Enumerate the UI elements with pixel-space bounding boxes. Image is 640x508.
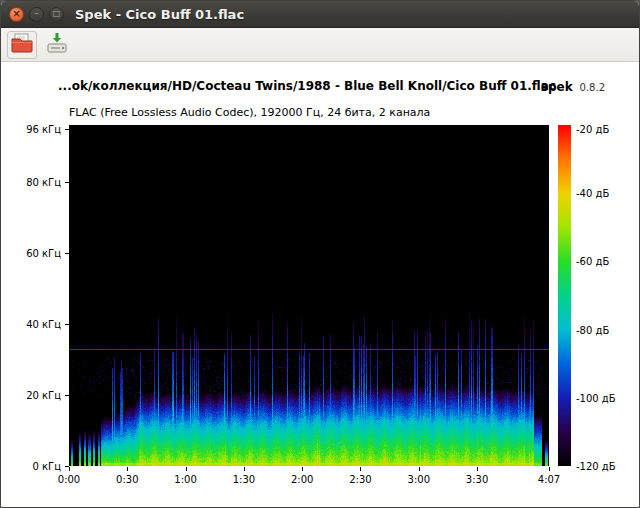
colorbar <box>558 125 571 466</box>
x-axis-tick-label: 3:00 <box>408 474 430 485</box>
file-path-title: ...ok/коллекция/HD/Cocteau Twins/1988 - … <box>1 79 613 93</box>
x-axis-tick-mark <box>69 467 70 471</box>
y-axis-tick-mark <box>65 395 69 396</box>
colorbar-tick-label: -60 дБ <box>576 256 609 267</box>
x-axis-tick-label: 2:00 <box>291 474 313 485</box>
maximize-button[interactable]: □ <box>49 7 64 22</box>
y-axis-tick-mark <box>65 182 69 183</box>
app-name: spek <box>541 80 573 94</box>
x-axis-tick-mark <box>419 467 420 471</box>
x-axis-tick-mark <box>549 467 550 471</box>
spectrogram-canvas <box>69 125 549 466</box>
titlebar[interactable]: × – □ Spek - Cico Buff 01.flac <box>1 1 639 28</box>
y-axis-tick-label: 20 кГц <box>1 389 61 400</box>
x-axis-tick-label: 3:30 <box>466 474 488 485</box>
x-axis-tick-label: 1:30 <box>233 474 255 485</box>
version-number: 0.8.2 <box>580 82 605 93</box>
x-axis-tick-label: 4:07 <box>538 474 560 485</box>
x-axis-tick-mark <box>186 467 187 471</box>
toolbar <box>1 28 639 62</box>
y-axis-tick-label: 80 кГц <box>1 176 61 187</box>
colorbar-tick-label: -100 дБ <box>576 392 616 403</box>
colorbar-tick-label: -80 дБ <box>576 324 609 335</box>
window-title: Spek - Cico Buff 01.flac <box>75 7 244 22</box>
x-axis-tick-mark <box>360 467 361 471</box>
x-axis-tick-label: 1:00 <box>174 474 196 485</box>
save-button[interactable] <box>42 31 72 59</box>
minimize-button[interactable]: – <box>29 7 44 22</box>
y-axis-tick-label: 60 кГц <box>1 247 61 258</box>
colorbar-tick-label: -120 дБ <box>576 461 616 472</box>
open-file-button[interactable] <box>7 31 37 59</box>
app-version: spek 0.8.2 <box>541 80 605 94</box>
colorbar-tick-label: -40 дБ <box>576 188 609 199</box>
spek-window: × – □ Spek - Cico Buff 01.flac <box>0 0 640 508</box>
y-axis-tick-label: 96 кГц <box>1 124 61 135</box>
close-button[interactable]: × <box>9 7 24 22</box>
y-axis-tick-mark <box>65 324 69 325</box>
x-axis-tick-mark <box>127 467 128 471</box>
y-axis-tick-label: 0 кГц <box>1 461 61 472</box>
colorbar-tick-label: -20 дБ <box>576 124 609 135</box>
spectrogram-plot <box>69 125 549 466</box>
audio-format-info: FLAC (Free Lossless Audio Codec), 192000… <box>69 106 430 119</box>
x-axis-tick-label: 0:00 <box>58 474 80 485</box>
x-axis-tick-label: 2:30 <box>349 474 371 485</box>
y-axis-tick-mark <box>65 253 69 254</box>
content-area: ...ok/коллекция/HD/Cocteau Twins/1988 - … <box>1 62 639 507</box>
x-axis-tick-mark <box>477 467 478 471</box>
x-axis-tick-mark <box>244 467 245 471</box>
open-file-icon <box>10 31 34 58</box>
x-axis-tick-label: 0:30 <box>116 474 138 485</box>
colorbar-canvas <box>558 125 571 466</box>
y-axis-tick-label: 40 кГц <box>1 318 61 329</box>
x-axis-tick-mark <box>302 467 303 471</box>
y-axis-tick-mark <box>65 129 69 130</box>
save-icon <box>45 31 69 58</box>
